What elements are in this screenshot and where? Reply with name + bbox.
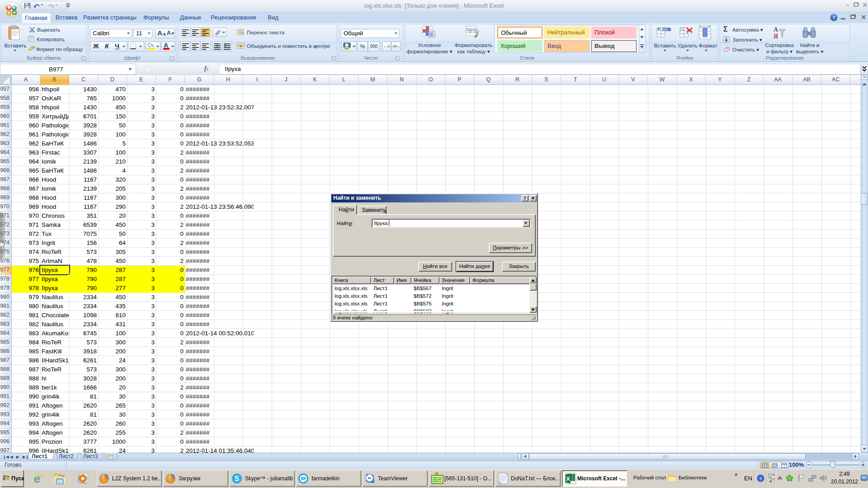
svg-text:a: a bbox=[240, 44, 242, 48]
svg-text:?: ? bbox=[760, 476, 762, 481]
svg-text:X: X bbox=[566, 475, 570, 482]
svg-text:А: А bbox=[774, 26, 778, 33]
svg-text:ab: ab bbox=[214, 30, 221, 36]
svg-text:S: S bbox=[235, 475, 240, 483]
svg-text:Я: Я bbox=[774, 33, 778, 40]
svg-text:?: ? bbox=[833, 14, 835, 21]
